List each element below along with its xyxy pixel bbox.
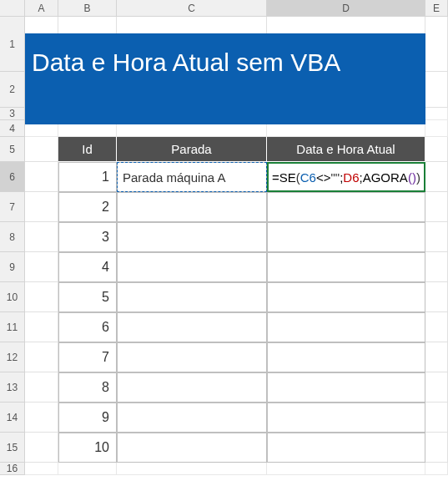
cell-A6[interactable] xyxy=(25,162,58,192)
row-header-13[interactable]: 13 xyxy=(0,372,25,403)
cell-E13[interactable] xyxy=(425,372,448,403)
cell-C8[interactable] xyxy=(117,222,267,252)
cell-C6[interactable]: Parada máquina A xyxy=(117,162,267,192)
formula-text: =SE(C6<>"";D6;AGORA()) xyxy=(272,170,420,185)
cell-E1[interactable] xyxy=(425,17,448,72)
cell-E2[interactable] xyxy=(425,72,448,108)
cell-B7[interactable]: 2 xyxy=(58,192,117,222)
cell-D9[interactable] xyxy=(267,252,425,282)
cell-A15[interactable] xyxy=(25,433,58,463)
row-header-9[interactable]: 9 xyxy=(0,252,25,282)
cell-E8[interactable] xyxy=(425,222,448,252)
table-header-dh[interactable]: Data e Hora Atual xyxy=(267,137,425,162)
cell-C13[interactable] xyxy=(117,372,267,403)
cell-B9[interactable]: 4 xyxy=(58,252,117,282)
cell-E5[interactable] xyxy=(425,137,448,162)
cell-A7[interactable] xyxy=(25,192,58,222)
row-header-7[interactable]: 7 xyxy=(0,192,25,222)
cell-B10[interactable]: 5 xyxy=(58,282,117,312)
cell-D14[interactable] xyxy=(267,403,425,433)
cell-A8[interactable] xyxy=(25,222,58,252)
cell-D11[interactable] xyxy=(267,312,425,342)
column-headers: A B C D E xyxy=(0,0,448,17)
cell-C9[interactable] xyxy=(117,252,267,282)
select-all-corner[interactable] xyxy=(0,0,25,16)
row-header-16[interactable]: 16 xyxy=(0,463,25,475)
cell-B11[interactable]: 6 xyxy=(58,312,117,342)
col-header-E[interactable]: E xyxy=(425,0,448,16)
col-header-B[interactable]: B xyxy=(58,0,117,16)
cell-A9[interactable] xyxy=(25,252,58,282)
row-header-15[interactable]: 15 xyxy=(0,433,25,463)
row-header-1[interactable]: 1 xyxy=(0,17,25,72)
cell-E11[interactable] xyxy=(425,312,448,342)
row-header-11[interactable]: 11 xyxy=(0,312,25,342)
cell-A12[interactable] xyxy=(25,342,58,372)
cell-C12[interactable] xyxy=(117,342,267,372)
table-header-parada[interactable]: Parada xyxy=(117,137,267,162)
title-text: Data e Hora Atual sem VBA xyxy=(32,48,340,77)
cell-E16[interactable] xyxy=(425,463,448,475)
cell-E4[interactable] xyxy=(425,120,448,137)
cell-D7[interactable] xyxy=(267,192,425,222)
cell-B16[interactable] xyxy=(58,463,117,475)
cell-B14[interactable]: 9 xyxy=(58,403,117,433)
col-header-C[interactable]: C xyxy=(117,0,267,16)
cell-E3[interactable] xyxy=(425,108,448,120)
row-header-12[interactable]: 12 xyxy=(0,342,25,372)
title-banner: Data e Hora Atual sem VBA xyxy=(25,33,425,124)
cell-E6[interactable] xyxy=(425,162,448,192)
cell-E15[interactable] xyxy=(425,433,448,463)
cell-C10[interactable] xyxy=(117,282,267,312)
row-header-14[interactable]: 14 xyxy=(0,403,25,433)
cell-B6[interactable]: 1 xyxy=(58,162,117,192)
row-header-10[interactable]: 10 xyxy=(0,282,25,312)
cell-E9[interactable] xyxy=(425,252,448,282)
cell-B15[interactable]: 10 xyxy=(58,433,117,463)
cell-C14[interactable] xyxy=(117,403,267,433)
spreadsheet: A B C D E Data e Hora Atual sem VBA 1 2 xyxy=(0,0,448,475)
row-header-3[interactable]: 3 xyxy=(0,108,25,120)
cell-E7[interactable] xyxy=(425,192,448,222)
cell-D10[interactable] xyxy=(267,282,425,312)
cell-A14[interactable] xyxy=(25,403,58,433)
cell-A16[interactable] xyxy=(25,463,58,475)
cell-B12[interactable]: 7 xyxy=(58,342,117,372)
cell-D15[interactable] xyxy=(267,433,425,463)
cell-A5[interactable] xyxy=(25,137,58,162)
cell-A11[interactable] xyxy=(25,312,58,342)
cell-C7[interactable] xyxy=(117,192,267,222)
table-header-id[interactable]: Id xyxy=(58,137,117,162)
row-header-6[interactable]: 6 xyxy=(0,162,25,192)
cell-A13[interactable] xyxy=(25,372,58,403)
row-header-8[interactable]: 8 xyxy=(0,222,25,252)
col-header-A[interactable]: A xyxy=(25,0,58,16)
cell-C15[interactable] xyxy=(117,433,267,463)
cell-C11[interactable] xyxy=(117,312,267,342)
row-header-5[interactable]: 5 xyxy=(0,137,25,162)
row-header-4[interactable]: 4 xyxy=(0,120,25,137)
cell-B13[interactable]: 8 xyxy=(58,372,117,403)
col-header-D[interactable]: D xyxy=(267,0,425,16)
cell-C16[interactable] xyxy=(117,463,267,475)
cell-B8[interactable]: 3 xyxy=(58,222,117,252)
cell-E14[interactable] xyxy=(425,403,448,433)
cell-D8[interactable] xyxy=(267,222,425,252)
cell-D12[interactable] xyxy=(267,342,425,372)
cell-A10[interactable] xyxy=(25,282,58,312)
cell-E10[interactable] xyxy=(425,282,448,312)
cell-D6-formula-edit[interactable]: =SE(C6<>"";D6;AGORA()) xyxy=(267,162,425,192)
cell-D13[interactable] xyxy=(267,372,425,403)
cell-E12[interactable] xyxy=(425,342,448,372)
row-header-2[interactable]: 2 xyxy=(0,72,25,108)
cell-D16[interactable] xyxy=(267,463,425,475)
